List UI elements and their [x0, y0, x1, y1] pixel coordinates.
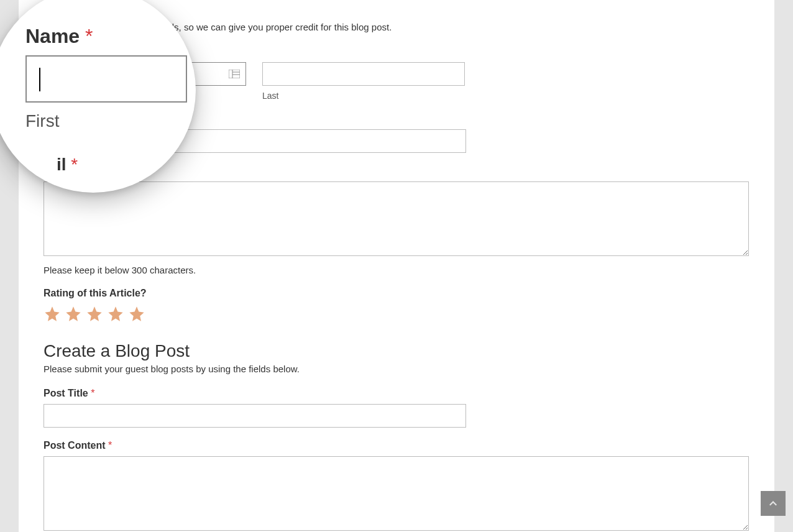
bio-field-block: Short Author Bio Please keep it below 30… — [44, 165, 749, 275]
required-marker: * — [108, 440, 112, 451]
star-icon[interactable] — [107, 305, 124, 323]
post-content-label: Post Content * — [44, 440, 749, 451]
magnified-label-text: Name — [25, 25, 80, 47]
star-icon[interactable] — [86, 305, 103, 323]
post-title-label: Post Title * — [44, 388, 749, 399]
required-marker: * — [71, 155, 78, 174]
scroll-to-top-button[interactable] — [761, 491, 786, 516]
last-name-input[interactable] — [262, 62, 465, 86]
required-marker: * — [91, 388, 94, 398]
last-sublabel: Last — [262, 91, 465, 101]
required-marker: * — [85, 25, 93, 47]
bio-help: Please keep it below 300 characters. — [44, 265, 749, 275]
star-icon[interactable] — [65, 305, 82, 323]
magnified-first-input — [25, 55, 187, 103]
post-title-input[interactable] — [44, 404, 466, 428]
rating-row — [44, 305, 749, 323]
post-title-block: Post Title * — [44, 388, 749, 428]
star-icon[interactable] — [128, 305, 145, 323]
post-content-label-text: Post Content — [44, 440, 106, 451]
chevron-up-icon — [768, 498, 778, 508]
post-content-block: Post Content * — [44, 440, 749, 532]
magnified-first-sublabel: First — [25, 111, 178, 131]
text-cursor — [39, 68, 40, 91]
rating-label: Rating of this Article? — [44, 288, 749, 299]
bio-textarea[interactable] — [44, 181, 749, 256]
blog-description: Please submit your guest blog posts by u… — [44, 364, 749, 374]
rating-block: Rating of this Article? — [44, 288, 749, 323]
last-name-col: Last — [262, 62, 465, 101]
magnified-name-label: Name * — [25, 25, 178, 48]
star-icon[interactable] — [44, 305, 61, 323]
post-content-textarea[interactable] — [44, 456, 749, 531]
blog-heading: Create a Blog Post — [44, 341, 749, 361]
post-title-label-text: Post Title — [44, 388, 88, 398]
magnified-email-fragment: il — [57, 155, 66, 174]
